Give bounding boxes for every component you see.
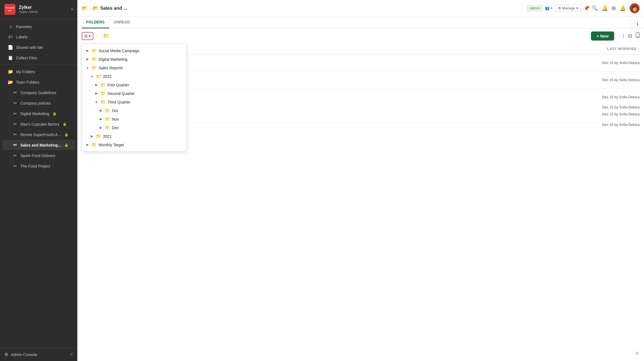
- toolbar-divider: [97, 32, 97, 40]
- sidebar-item-label: Revive SuperFoods A...: [20, 132, 61, 137]
- tree-item-digital-marketing[interactable]: ▶ 📁 Digital Marketing: [82, 55, 186, 63]
- tree-item-label: Third Quarter: [107, 100, 183, 104]
- sidebar-item-label: Company Guidelines: [20, 91, 56, 95]
- sidebar-item-revive-superfoods[interactable]: ✂ Revive SuperFoods A... 🔒: [2, 129, 75, 140]
- sidebar-item-my-folders[interactable]: 📁 My Folders: [2, 67, 75, 77]
- sidebar-item-company-policies[interactable]: ✂ Company policies: [2, 98, 75, 108]
- toolbar-divider-2: [619, 32, 619, 40]
- breadcrumb-separator: ›: [89, 6, 91, 10]
- sidebar-item-label: My Folders: [16, 70, 35, 74]
- announcement-icon[interactable]: 🔔: [602, 5, 608, 11]
- folder-icon: 📁: [100, 91, 106, 96]
- sidebar-item-label: Collect Files: [16, 56, 37, 60]
- members-icon: 👥: [545, 6, 550, 10]
- tree-item-social-media[interactable]: ▶ 📁 Social Media Campaign: [82, 46, 186, 55]
- collect-icon: 📋: [8, 55, 13, 60]
- org-role: Super Admin: [19, 10, 68, 14]
- settings-bottom-icon[interactable]: ☀: [635, 350, 640, 357]
- sidebar-item-label: Company policies: [20, 101, 51, 105]
- sidebar-item-labels[interactable]: 🏷 Labels: [2, 32, 75, 42]
- scissors-icon: ✂: [12, 90, 18, 95]
- admin-console-link[interactable]: ⚙ Admin Console: [4, 352, 37, 357]
- org-dropdown-icon[interactable]: ▾: [71, 7, 73, 11]
- sidebar-item-team-folders[interactable]: 📂 Team Folders: [2, 77, 75, 87]
- last-modified-label: LAST MODIFIED: [607, 47, 637, 51]
- file-modified: Dec 15 by Sofia Deluca: [602, 123, 640, 127]
- tree-item-nov[interactable]: ▶ 📁 Nov: [82, 115, 186, 123]
- sidebar-item-label: Spark Food Delivery: [20, 153, 56, 158]
- external-link-icon[interactable]: ↗: [69, 352, 73, 357]
- gear-icon: ⚙: [558, 6, 561, 10]
- modified-column-header[interactable]: LAST MODIFIED ↑: [607, 47, 640, 51]
- scissors-icon: ✂: [12, 142, 18, 148]
- tree-item-third-quarter[interactable]: ▼ 📁 Third Quarter: [82, 98, 186, 106]
- sidebar-item-label: Labels: [16, 35, 27, 39]
- tree-item-label: 2021: [103, 134, 183, 139]
- expand-arrow-icon: ▶: [85, 143, 90, 147]
- expand-arrow-icon: ▶: [99, 117, 103, 121]
- members-count[interactable]: 👥 4: [545, 6, 553, 10]
- tab-folders[interactable]: FOLDERS: [82, 17, 109, 28]
- folder-icon: 📁: [96, 74, 101, 79]
- tree-item-2021[interactable]: ▶ 📁 2021: [82, 132, 186, 140]
- tree-item-label: Monthly Target: [99, 143, 183, 147]
- shared-icon: 📄: [8, 45, 13, 50]
- contacts-icon[interactable]: 📋: [635, 31, 641, 38]
- sidebar-item-collect-files[interactable]: 📋 Collect Files: [2, 53, 75, 63]
- sidebar-item-label: Shared with Me: [16, 45, 43, 50]
- tree-item-2022[interactable]: ▼ 📁 2022: [82, 72, 186, 81]
- tree-item-oct[interactable]: ▶ 📁 Oct: [82, 106, 186, 115]
- tree-item-label: Sales Reports: [99, 66, 183, 70]
- star-icon: ☆: [8, 24, 13, 29]
- sidebar-item-food-project[interactable]: ✂ The Food Project: [2, 161, 75, 171]
- sidebar-item-sales-marketing[interactable]: ✂ Sales and Marketing... 🔒: [2, 140, 75, 150]
- org-name: Zylker: [19, 5, 68, 10]
- user-avatar[interactable]: 👩: [630, 3, 640, 13]
- apps-grid-icon[interactable]: ⊞: [612, 5, 616, 11]
- settings-icon: ⚙: [4, 352, 8, 357]
- main-content: 📂 › 📂 Sales and ... Admin 👥 4 ⚙ Manage ▾…: [77, 0, 644, 361]
- org-logo: ZYLKERINC: [4, 4, 15, 15]
- file-modified: Dec 15 by Sofia Deluca: [602, 105, 640, 109]
- tab-unread[interactable]: UNREAD: [109, 17, 134, 28]
- tree-item-sales-reports[interactable]: ▼ 📁 Sales Reports: [82, 63, 186, 72]
- scissors-icon: ✂: [12, 100, 18, 106]
- folder-icon: 📁: [100, 99, 106, 105]
- scissors-icon: ✂: [12, 111, 18, 116]
- sidebar-footer: ⚙ Admin Console ↗: [0, 348, 77, 361]
- new-button[interactable]: + New: [591, 31, 614, 41]
- scissors-icon: ✂: [12, 163, 18, 169]
- folder-view-button[interactable]: 📁: [100, 31, 112, 41]
- folder-tree-dropdown: ▶ 📁 Social Media Campaign ▶ 📁 Digital Ma…: [82, 44, 187, 152]
- view-toggle-button[interactable]: ⊞ ▾: [82, 32, 93, 40]
- sidebar-item-label: Digital Marketing: [20, 112, 49, 116]
- sidebar-item-favorites[interactable]: ☆ Favorites: [2, 22, 75, 32]
- search-icon[interactable]: 🔍: [592, 5, 598, 11]
- folder-icon: 📁: [91, 65, 97, 70]
- breadcrumb-folder-icon-2[interactable]: 📂: [93, 5, 99, 11]
- org-info: Zylker Super Admin: [19, 5, 68, 14]
- sidebar-item-shared-with-me[interactable]: 📄 Shared with Me: [2, 42, 75, 52]
- sidebar-item-spark-food[interactable]: ✂ Spark Food Delivery: [2, 150, 75, 161]
- bell-icon[interactable]: 🔔: [620, 5, 626, 11]
- sidebar-item-label: Sales and Marketing...: [20, 143, 61, 147]
- breadcrumb-folder-icon-1[interactable]: 📂: [82, 5, 88, 11]
- tree-item-monthly-target[interactable]: ▶ 📁 Monthly Target: [82, 140, 186, 149]
- sidebar-header[interactable]: ZYLKERINC Zylker Super Admin ▾: [0, 0, 77, 19]
- folder-icon: 📁: [91, 57, 97, 62]
- collapse-arrow-icon: ▼: [94, 100, 99, 104]
- expand-arrow-icon: ▶: [90, 134, 94, 138]
- folder-icon: 📁: [91, 48, 97, 53]
- tree-item-first-quarter[interactable]: ▶ 📁 First Quarter: [82, 81, 186, 89]
- tree-item-dec[interactable]: ▶ 📁 Dec: [82, 123, 186, 132]
- tabs-bar: FOLDERS UNREAD: [77, 17, 644, 28]
- sort-icon[interactable]: ↕: [622, 33, 625, 39]
- sidebar-item-maxs-cupcake[interactable]: ✂ Max's Cupcake factory 🔒: [2, 119, 75, 129]
- sidebar-item-digital-marketing[interactable]: ✂ Digital Marketing 🔒: [2, 108, 75, 119]
- tree-item-label: 2022: [103, 74, 183, 79]
- manage-button[interactable]: ⚙ Manage ▾: [555, 5, 581, 12]
- sidebar-item-company-guidelines[interactable]: ✂ Company Guidelines: [2, 87, 75, 98]
- pin-icon[interactable]: 📌: [584, 5, 590, 11]
- info-icon[interactable]: ℹ: [637, 21, 638, 27]
- tree-item-second-quarter[interactable]: ▶ 📁 Second Quarter: [82, 89, 186, 98]
